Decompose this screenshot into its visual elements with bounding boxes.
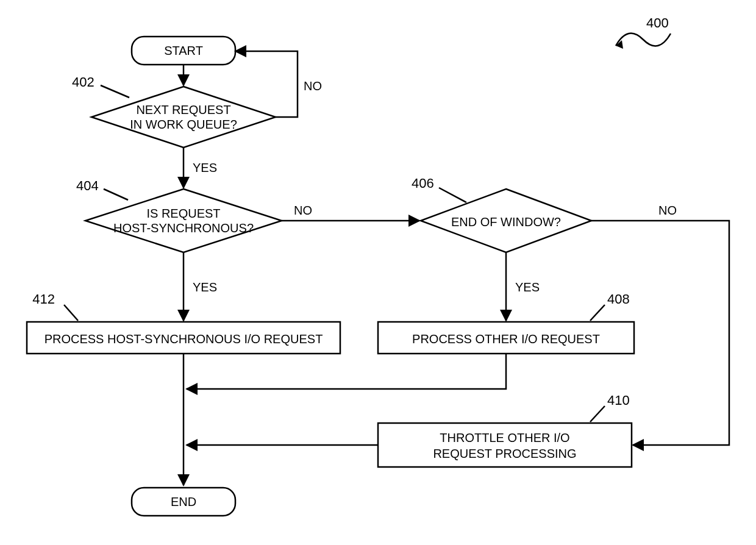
svg-line-14 — [64, 305, 78, 321]
ref-408: 408 — [590, 291, 630, 321]
decision-402: NEXT REQUEST IN WORK QUEUE? — [91, 87, 276, 148]
ref-402: 402 — [72, 74, 129, 98]
label-no-406: NO — [658, 204, 677, 217]
label-no-404: NO — [294, 204, 312, 217]
start-node: START — [132, 37, 235, 65]
ref-404: 404 — [76, 178, 128, 200]
start-label: START — [164, 44, 203, 57]
ref-410-label: 410 — [607, 393, 630, 408]
ref-400-label: 400 — [646, 15, 669, 30]
svg-line-4 — [101, 85, 129, 98]
process-410-line1: THROTTLE OTHER I/O — [440, 431, 569, 444]
edge-402-yes: YES — [184, 148, 217, 188]
label-yes-402: YES — [193, 161, 217, 174]
process-408-label: PROCESS OTHER I/O REQUEST — [412, 332, 600, 346]
ref-404-label: 404 — [76, 178, 99, 193]
edge-404-yes: YES — [184, 252, 217, 321]
decision-406: END OF WINDOW? — [421, 189, 591, 252]
end-label: END — [171, 495, 196, 508]
svg-marker-6 — [85, 189, 282, 252]
decision-402-line1: NEXT REQUEST — [136, 103, 230, 116]
decision-402-line2: IN WORK QUEUE? — [130, 118, 237, 131]
decision-406-label: END OF WINDOW? — [451, 215, 561, 229]
process-412: PROCESS HOST-SYNCHRONOUS I/O REQUEST — [27, 322, 340, 354]
ref-406-label: 406 — [412, 176, 434, 191]
ref-406: 406 — [412, 176, 466, 202]
svg-line-11 — [439, 188, 466, 202]
process-412-label: PROCESS HOST-SYNCHRONOUS I/O REQUEST — [45, 332, 323, 346]
label-yes-406: YES — [515, 280, 540, 294]
figure-reference-400: 400 — [616, 15, 671, 49]
decision-404-line2: HOST-SYNCHRONOUS? — [113, 221, 254, 235]
ref-408-label: 408 — [607, 291, 630, 307]
label-no-402: NO — [304, 79, 322, 93]
svg-line-16 — [590, 305, 605, 321]
label-yes-404: YES — [193, 280, 217, 294]
process-408: PROCESS OTHER I/O REQUEST — [378, 322, 634, 354]
edge-406-yes: YES — [506, 252, 540, 321]
process-410-line2: REQUEST PROCESSING — [433, 447, 576, 460]
svg-line-7 — [104, 189, 128, 200]
svg-marker-3 — [91, 87, 276, 148]
end-node: END — [132, 488, 235, 516]
ref-410: 410 — [590, 393, 630, 422]
edge-402-no-loop: NO — [235, 51, 322, 117]
process-410: THROTTLE OTHER I/O REQUEST PROCESSING — [378, 423, 632, 467]
edge-404-no: NO — [282, 204, 419, 221]
ref-402-label: 402 — [72, 74, 94, 90]
flowchart-diagram: 400 START NEXT REQUEST IN WORK QUEUE? 40… — [0, 0, 756, 545]
decision-404-line1: IS REQUEST — [146, 207, 220, 220]
decision-404: IS REQUEST HOST-SYNCHRONOUS? — [85, 189, 282, 252]
edge-408-merge — [187, 354, 506, 389]
ref-412-label: 412 — [32, 291, 55, 307]
ref-412: 412 — [32, 291, 78, 321]
svg-line-18 — [590, 406, 605, 422]
